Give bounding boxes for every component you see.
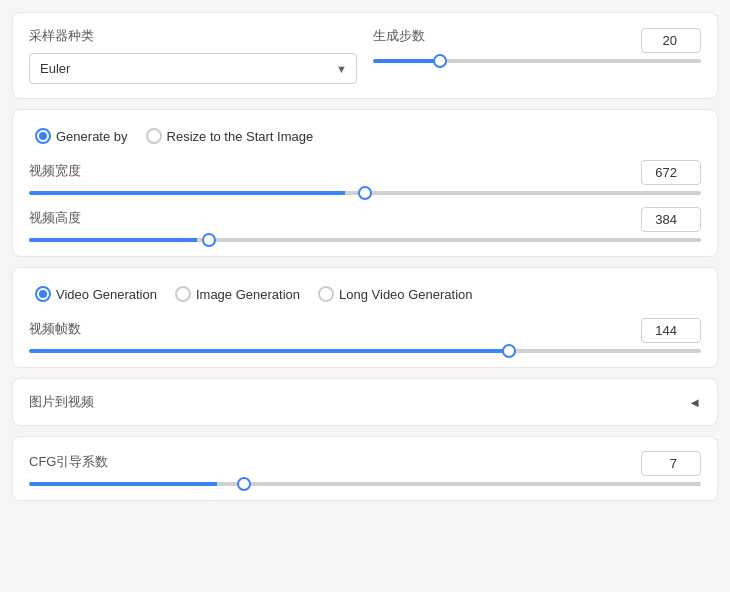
generation-mode-radio-group: Video Generation Image Generation Long V… [29, 282, 701, 306]
img-to-video-card: 图片到视频 ◄ [12, 378, 718, 426]
resize-option1-label: Generate by [56, 129, 128, 144]
video-width-header: 视频宽度 [29, 160, 701, 185]
mode-radio3-circle [318, 286, 334, 302]
mode-option1-label: Video Generation [56, 287, 157, 302]
sampler-select[interactable]: Euler [29, 53, 357, 84]
img-to-video-label: 图片到视频 [29, 393, 94, 411]
img-to-video-collapse-header[interactable]: 图片到视频 ◄ [29, 393, 701, 411]
video-frames-header: 视频帧数 [29, 318, 701, 343]
resize-option2-label: Resize to the Start Image [167, 129, 314, 144]
cfg-label: CFG引导系数 [29, 453, 108, 471]
video-frames-input[interactable] [641, 318, 701, 343]
mode-option3[interactable]: Long Video Generation [312, 282, 478, 306]
mode-radio1-circle [35, 286, 51, 302]
cfg-input[interactable] [641, 451, 701, 476]
sampler-label: 采样器种类 [29, 27, 357, 45]
video-height-slider-row [29, 238, 701, 242]
video-frames-section: 视频帧数 [29, 318, 701, 353]
steps-slider[interactable] [373, 59, 701, 63]
video-width-label: 视频宽度 [29, 162, 81, 180]
collapse-arrow-icon: ◄ [688, 395, 701, 410]
video-width-section: 视频宽度 [29, 160, 701, 195]
sampler-steps-card: 采样器种类 Euler ▼ 生成步数 [12, 12, 718, 99]
video-height-section: 视频高度 [29, 207, 701, 242]
steps-section: 生成步数 [373, 27, 701, 63]
mode-option1[interactable]: Video Generation [29, 282, 163, 306]
mode-option2-label: Image Generation [196, 287, 300, 302]
resize-radio-group: Generate by Resize to the Start Image [29, 124, 701, 148]
video-height-header: 视频高度 [29, 207, 701, 232]
mode-option2[interactable]: Image Generation [169, 282, 306, 306]
sampler-dropdown-wrapper: Euler ▼ [29, 53, 357, 84]
cfg-header: CFG引导系数 [29, 451, 701, 476]
cfg-card: CFG引导系数 [12, 436, 718, 501]
generation-mode-card: Video Generation Image Generation Long V… [12, 267, 718, 368]
video-height-input[interactable] [641, 207, 701, 232]
video-width-input[interactable] [641, 160, 701, 185]
video-frames-slider[interactable] [29, 349, 701, 353]
steps-header-row: 生成步数 [373, 27, 701, 53]
video-height-label: 视频高度 [29, 209, 81, 227]
video-width-slider[interactable] [29, 191, 701, 195]
cfg-slider[interactable] [29, 482, 701, 486]
steps-label: 生成步数 [373, 27, 425, 45]
sampler-section: 采样器种类 Euler ▼ [29, 27, 357, 84]
mode-radio2-circle [175, 286, 191, 302]
cfg-slider-row [29, 482, 701, 486]
video-height-slider[interactable] [29, 238, 701, 242]
video-width-slider-row [29, 191, 701, 195]
resize-radio2-circle [146, 128, 162, 144]
video-frames-label: 视频帧数 [29, 320, 81, 338]
steps-input[interactable] [641, 28, 701, 53]
video-frames-slider-row [29, 349, 701, 353]
resize-radio1-circle [35, 128, 51, 144]
steps-slider-row [373, 59, 701, 63]
resize-dimensions-card: Generate by Resize to the Start Image 视频… [12, 109, 718, 257]
resize-option1[interactable]: Generate by [29, 124, 134, 148]
resize-option2[interactable]: Resize to the Start Image [140, 124, 320, 148]
mode-option3-label: Long Video Generation [339, 287, 472, 302]
